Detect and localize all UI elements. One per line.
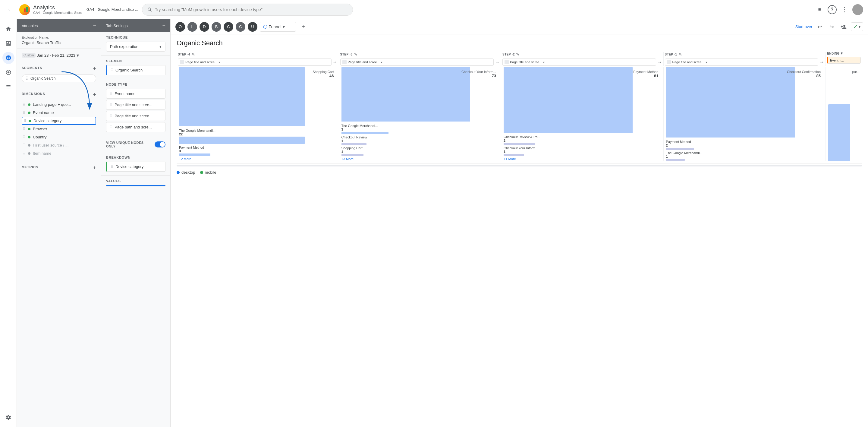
nav-bottom: [2, 411, 14, 423]
values-section: VALUES: [101, 176, 170, 190]
step-dropdown-1[interactable]: Page title and scree... ▾: [665, 59, 818, 66]
step-edit-1[interactable]: ✎: [678, 52, 682, 57]
bar-3-4: Shopping Cart 1: [341, 146, 499, 156]
node-page-title-1[interactable]: ⠿ Page title and scree...: [106, 100, 165, 110]
search-bar[interactable]: [142, 4, 353, 16]
drag-dots-4: ⠿: [23, 127, 26, 131]
legend: desktop mobile: [177, 170, 862, 175]
grid-button[interactable]: [814, 4, 825, 15]
status-check-icon: ✓: [854, 24, 858, 30]
avatar-U[interactable]: U: [248, 22, 257, 32]
avatar-C2[interactable]: C: [236, 22, 245, 32]
content-toolbar: O L D B C C U ⬡ Funnel ▾ + Start over ↩ …: [170, 19, 868, 34]
bar-3-3: Checkout Review 1: [341, 135, 499, 145]
bar-ending: [828, 104, 850, 161]
dimension-landing-page[interactable]: ⠿ Landing page + que...: [22, 100, 96, 109]
step-col-3: STEP -3 ✎ Page title and scree... ▾ →: [339, 52, 501, 66]
bar-val-2-2: 2: [504, 139, 661, 142]
dimension-item-name[interactable]: ⠿ Item name: [22, 149, 96, 157]
avatar-L[interactable]: L: [187, 22, 197, 32]
drag-handle: ⠿: [26, 76, 29, 81]
step-dropdown-ending[interactable]: Event n...: [827, 57, 861, 64]
node-page-title-2[interactable]: ⠿ Page title and scree...: [106, 111, 165, 121]
bar-4-3-fill: [179, 153, 210, 156]
breakdown-label: BREAKDOWN: [106, 156, 165, 159]
top-bar: ← Analytics GA4 - Google Merchandise Sto…: [0, 0, 868, 19]
step-edit-4[interactable]: ✎: [191, 52, 195, 57]
bar-val-3-3: 1: [341, 139, 499, 143]
bar-name-2-1: Payment Method: [633, 70, 658, 73]
svg-text:Ex: Ex: [7, 56, 10, 59]
dimension-browser[interactable]: ⠿ Browser: [22, 125, 96, 133]
main-layout: Ex Variables − Exploration Name: Organic…: [0, 19, 868, 427]
dimension-event-name[interactable]: ⠿ Event name: [22, 109, 96, 117]
tab-settings-title: Tab Settings: [106, 24, 128, 28]
technique-dropdown[interactable]: Path exploration ▾: [106, 41, 165, 52]
bar-val-2-1: 81: [633, 73, 658, 78]
bar-val-1-3: 1: [666, 155, 824, 158]
date-chevron[interactable]: ▾: [76, 53, 79, 58]
avatar-D[interactable]: D: [199, 22, 209, 32]
page-icon-2: [504, 60, 509, 64]
back-button[interactable]: ←: [5, 4, 16, 15]
drag-dots-5: ⠿: [23, 135, 26, 139]
arrow-1: →: [333, 59, 338, 65]
node-page-path[interactable]: ⠿ Page path and scre...: [106, 122, 165, 132]
user-avatar-top[interactable]: [852, 4, 863, 15]
avatar-O[interactable]: O: [176, 22, 185, 32]
segment-chip-organic: ⠿ Organic Search: [22, 74, 96, 82]
exploration-label: Exploration Name:: [22, 36, 96, 39]
status-button[interactable]: ✓ ▾: [851, 22, 863, 31]
start-over-button[interactable]: Start over: [795, 24, 812, 29]
more-link-2[interactable]: +1 More: [504, 157, 661, 161]
variables-title: Variables: [22, 24, 38, 28]
step-edit-2[interactable]: ✎: [516, 52, 520, 57]
nav-configure[interactable]: [2, 81, 14, 93]
node-label-3: Page title and scree...: [115, 114, 153, 118]
segments-header: SEGMENTS +: [22, 66, 96, 72]
node-label-4: Page path and scre...: [115, 125, 152, 129]
segment-drag-dots: ⠿: [111, 68, 114, 72]
dimension-first-user-source[interactable]: ⠿ First user source / ...: [22, 141, 96, 149]
add-tab-button[interactable]: +: [299, 22, 308, 32]
bar-col-4: Shopping Cart 46 The Google Merchandi...…: [177, 67, 339, 161]
step-dropdown-text-4: Page title and scree...: [185, 60, 217, 64]
help-button[interactable]: ?: [828, 5, 837, 14]
dimension-device-category[interactable]: ⠿ Device category: [22, 117, 96, 125]
nav-settings[interactable]: [2, 411, 14, 423]
add-segment-btn[interactable]: +: [93, 66, 96, 72]
avatar-C1[interactable]: C: [224, 22, 233, 32]
nav-explore[interactable]: Ex: [2, 52, 14, 64]
more-button[interactable]: ⋮: [839, 4, 850, 15]
nav-reports[interactable]: [2, 37, 14, 50]
redo-button[interactable]: ↪: [827, 22, 836, 32]
bar-val-3-2: 3: [341, 127, 499, 131]
step-header-ending: ENDING P: [827, 52, 861, 55]
dot-5: [28, 136, 30, 139]
step-dropdown-3[interactable]: Page title and scree... ▾: [340, 59, 494, 66]
undo-button[interactable]: ↩: [815, 22, 824, 32]
dimension-country[interactable]: ⠿ Country: [22, 133, 96, 141]
view-unique-toggle[interactable]: [155, 142, 165, 148]
step-dropdown-2[interactable]: Page title and scree... ▾: [502, 59, 656, 66]
bar-name-4-3: Payment Method: [179, 146, 336, 149]
add-metric-btn[interactable]: +: [93, 165, 96, 171]
chart-scrollbar[interactable]: [177, 165, 862, 166]
step-edit-3[interactable]: ✎: [354, 52, 358, 57]
search-input[interactable]: [155, 7, 348, 12]
nav-home[interactable]: [2, 23, 14, 35]
node-event-name[interactable]: ⠿ Event name: [106, 89, 165, 99]
avatar-B[interactable]: B: [212, 22, 221, 32]
page-icon-1: [667, 60, 671, 64]
nav-advertising[interactable]: [2, 66, 14, 79]
add-dimension-btn[interactable]: +: [93, 92, 96, 98]
step-dropdown-4[interactable]: Page title and scree... ▾: [178, 59, 332, 66]
variables-collapse[interactable]: −: [93, 23, 96, 28]
date-row: Custom Jan 23 - Feb 21, 2023 ▾: [22, 53, 96, 58]
add-user-button[interactable]: [839, 22, 848, 32]
technique-selector[interactable]: ⬡ Funnel ▾: [260, 22, 296, 32]
bar-name-1-1: Checkout Confirmation: [787, 70, 821, 73]
more-link-3[interactable]: +3 More: [341, 157, 499, 161]
tab-settings-collapse[interactable]: −: [162, 23, 165, 28]
more-link-4[interactable]: +2 More: [179, 157, 336, 161]
